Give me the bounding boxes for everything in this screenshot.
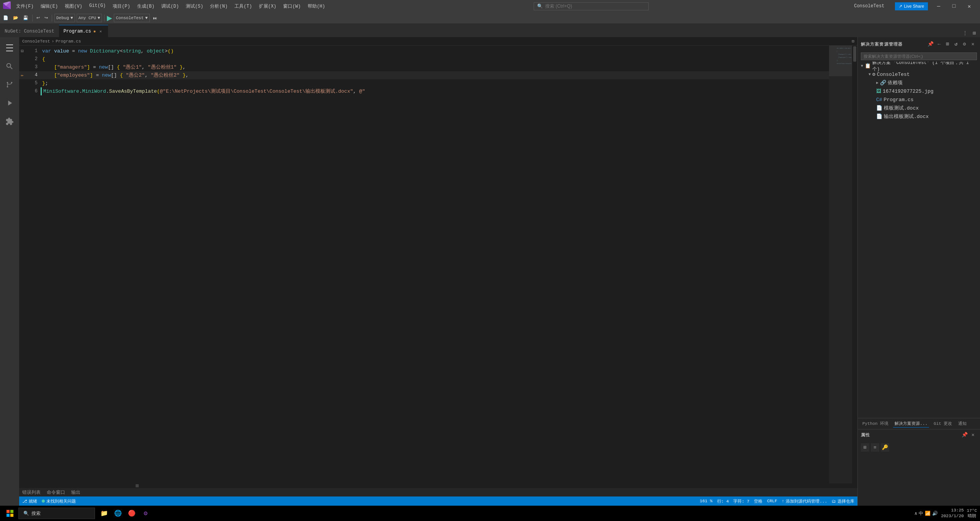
error-tab-output[interactable]: 输出 (71, 489, 80, 496)
menu-test[interactable]: 测试(S) (183, 2, 206, 11)
menu-help[interactable]: 帮助(H) (305, 2, 328, 11)
tree-program-cs[interactable]: C# Program.cs (858, 95, 980, 104)
tab-program-cs[interactable]: Program.cs ✱ ✕ (59, 25, 108, 37)
editor-scrollbar-h[interactable] (19, 483, 857, 488)
var-value: value (54, 47, 69, 55)
prop-icon-grid[interactable]: ⊞ (861, 443, 869, 452)
menu-tools[interactable]: 工具(T) (231, 2, 255, 11)
doc-icon-o: 📄 (876, 113, 882, 120)
error-tab-cmd[interactable]: 命令窗口 (47, 489, 65, 496)
menu-analyze[interactable]: 分析(N) (207, 2, 231, 11)
taskbar-explorer-icon[interactable]: 📁 (98, 507, 110, 519)
sidebar-expand-button[interactable]: ⊞ (944, 40, 952, 48)
new-project-button[interactable]: 📄 (2, 14, 10, 22)
sidebar-tab-notify[interactable]: 通知 (957, 420, 968, 428)
edit-icon-4[interactable]: ✏ (19, 71, 25, 79)
sidebar-arrow-button[interactable]: ← (936, 40, 943, 48)
tab-nuget[interactable]: NuGet: ConsoleTest (0, 25, 59, 37)
taskbar-weather[interactable]: 17°C 晴朗 (967, 508, 977, 519)
tree-solution[interactable]: ▼ 📋 解决方案 'ConsoleTest' (1 个项目，共 1 个) (858, 62, 980, 70)
save-all-button[interactable]: 💾 (21, 14, 30, 22)
scrollbar-thumb-h[interactable] (136, 484, 139, 487)
activity-extensions[interactable] (0, 112, 19, 131)
undo-button[interactable]: ↩ (35, 14, 41, 22)
sidebar-settings-button[interactable]: ⚙ (961, 40, 969, 48)
status-spaces[interactable]: 空格 (754, 498, 762, 504)
step-over-button[interactable]: ⏭ (151, 14, 159, 22)
activity-run-debug[interactable] (0, 94, 19, 112)
breadcrumb-project[interactable]: ConsoleTest (22, 39, 50, 44)
sidebar-tab-git[interactable]: Git 更改 (932, 420, 954, 428)
properties-pin-button[interactable]: 📌 (961, 431, 969, 439)
status-problems[interactable]: 未找到相关问题 (42, 498, 76, 504)
menu-build[interactable]: 生成(B) (134, 2, 158, 11)
gutter-line-2: 2 (19, 55, 41, 63)
collapse-btn-1[interactable]: ⊟ (19, 47, 25, 55)
platform-dropdown[interactable]: Any CPU ▼ (77, 14, 102, 22)
close-button[interactable]: ✕ (962, 0, 977, 12)
redo-button[interactable]: ↪ (43, 14, 49, 22)
menu-edit[interactable]: 编辑(E) (38, 2, 61, 11)
live-share-button[interactable]: ↗ Live Share (895, 2, 928, 10)
repo-icon: 🗂 (832, 499, 836, 504)
sidebar-pin-button[interactable]: 📌 (927, 40, 935, 48)
tree-output-doc[interactable]: 📄 输出模板测试.docx (858, 112, 980, 121)
status-select-repo[interactable]: 🗂 选择仓库 (832, 498, 854, 504)
start-button[interactable] (3, 506, 17, 520)
status-add-source[interactable]: ↑ 添加到源代码管理... (782, 498, 827, 504)
debug-mode-dropdown[interactable]: Debug ▼ (54, 14, 75, 22)
tab-close-button[interactable]: ✕ (98, 29, 103, 34)
sidebar-hide-button[interactable]: ✕ (969, 40, 977, 48)
prop-icon-key[interactable]: 🔑 (881, 443, 889, 452)
menu-view[interactable]: 视图(V) (62, 2, 85, 11)
minimize-button[interactable]: — (931, 0, 946, 12)
properties-hide-button[interactable]: ✕ (969, 431, 977, 439)
run-button[interactable]: ▶ (107, 14, 112, 22)
status-branch[interactable]: ⎇ 就绪 (22, 498, 37, 504)
tree-template-doc[interactable]: 📄 模板测试.docx (858, 104, 980, 112)
taskbar-clock[interactable]: 13:25 2023/1/20 (941, 508, 964, 519)
menu-extensions[interactable]: 扩展(X) (256, 2, 280, 11)
tray-lang-icon[interactable]: 中 (919, 510, 923, 517)
error-tab-list[interactable]: 错误列表 (22, 489, 41, 496)
editor-scrollbar-v[interactable] (852, 46, 857, 483)
run-target-dropdown[interactable]: ConsoleTest ▼ (114, 14, 149, 22)
scrollbar-thumb-v[interactable] (853, 46, 856, 62)
split-editor-button[interactable]: ⊞ (970, 29, 978, 37)
breadcrumb-file[interactable]: Program.cs (56, 39, 81, 44)
open-button[interactable]: 📂 (11, 14, 20, 22)
tray-sound-icon[interactable]: 🔊 (932, 511, 938, 516)
menu-debug[interactable]: 调试(D) (158, 2, 182, 11)
menu-window[interactable]: 窗口(W) (280, 2, 304, 11)
tree-image[interactable]: 🖼 1674192077225.jpg (858, 87, 980, 95)
global-search-input[interactable] (545, 3, 629, 9)
sidebar-search-input[interactable] (861, 52, 977, 60)
sidebar-tab-python[interactable]: Python 环境 (861, 420, 890, 428)
taskbar-edge-icon[interactable]: 🌐 (112, 507, 124, 519)
global-search-box[interactable]: 🔍 (534, 2, 649, 10)
kw-new-4: new (102, 71, 111, 79)
activity-search[interactable] (0, 57, 19, 75)
taskbar-search[interactable]: 🔍 搜索 (18, 508, 95, 519)
tab-list-button[interactable]: ⋮ (961, 29, 969, 37)
activity-explorer[interactable] (0, 39, 19, 57)
tray-wifi-icon[interactable]: 📶 (925, 511, 931, 516)
maximize-button[interactable]: □ (946, 0, 962, 12)
tree-dependencies[interactable]: ▶ 🔗 依赖项 (858, 79, 980, 87)
prop-icon-list[interactable]: ≡ (871, 443, 879, 452)
status-line[interactable]: 行: 4 (717, 498, 729, 504)
status-zoom[interactable]: 161 % (700, 499, 713, 503)
split-button[interactable]: ⊟ (852, 39, 854, 44)
status-char[interactable]: 字符: 7 (733, 498, 749, 504)
menu-project[interactable]: 项目(P) (110, 2, 133, 11)
code-content[interactable]: var value = new Dictionary < string , ob… (41, 46, 829, 483)
taskbar-browser-icon[interactable]: 🔴 (126, 507, 138, 519)
activity-source-control[interactable] (0, 75, 19, 94)
menu-git[interactable]: Git(G) (86, 2, 109, 11)
sidebar-tab-solution[interactable]: 解决方案资源... (893, 420, 929, 428)
menu-file[interactable]: 文件(F) (13, 2, 37, 11)
tray-up-icon[interactable]: ∧ (914, 511, 917, 516)
sidebar-refresh-button[interactable]: ↺ (952, 40, 960, 48)
taskbar-vs-icon[interactable]: ⚙ (139, 507, 152, 519)
status-encoding[interactable]: CRLF (767, 499, 777, 503)
